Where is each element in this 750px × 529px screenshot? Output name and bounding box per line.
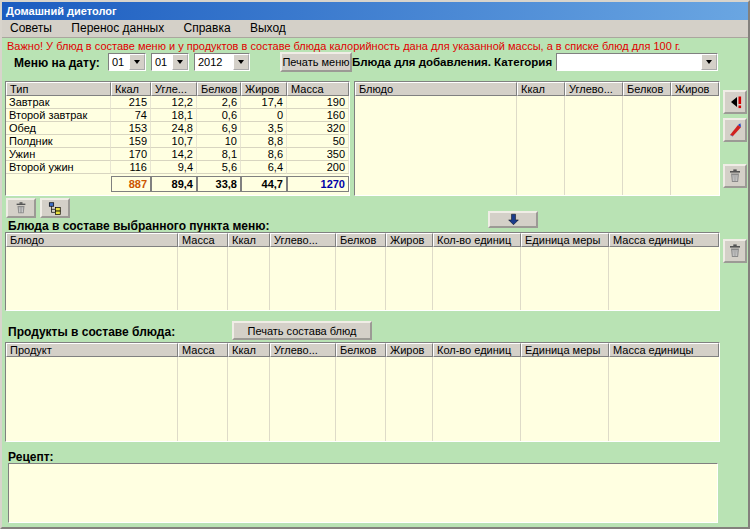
day-value: 01 bbox=[109, 54, 129, 70]
column-header-unit-name: Единица меры bbox=[521, 343, 609, 357]
cell-kcal: 215 bbox=[111, 96, 151, 109]
cell-type: Второй ужин bbox=[6, 161, 111, 174]
year-value: 2012 bbox=[195, 54, 233, 70]
cell-mass: 50 bbox=[287, 135, 349, 148]
edit-dish-button[interactable] bbox=[723, 118, 747, 142]
cell-mass: 350 bbox=[287, 148, 349, 161]
grid-column bbox=[336, 247, 386, 310]
month-select[interactable]: 01 bbox=[151, 53, 189, 71]
products-table-body bbox=[6, 357, 719, 441]
grid-column bbox=[433, 247, 521, 310]
cell-carbs: 18,1 bbox=[151, 109, 197, 122]
column-header-protein: Белков bbox=[197, 82, 241, 96]
column-header-protein: Белков bbox=[336, 233, 386, 247]
print-menu-button[interactable]: Печать меню bbox=[280, 52, 352, 72]
menu-date-label: Меню на дату: bbox=[14, 56, 100, 70]
cell-protein: 5,6 bbox=[197, 161, 241, 174]
cell-carbs: 10,7 bbox=[151, 135, 197, 148]
grid-column bbox=[228, 247, 270, 310]
grid-column bbox=[228, 357, 270, 441]
menu-item-help[interactable]: Справка bbox=[176, 20, 239, 37]
cell-protein: 6,9 bbox=[197, 122, 241, 135]
products-table-header: Продукт Масса Ккал Углево... Белков Жиро… bbox=[6, 343, 719, 357]
products-in-dish-label: Продукты в составе блюда: bbox=[8, 325, 175, 339]
print-dish-composition-button[interactable]: Печать состава блюд bbox=[232, 321, 372, 340]
column-header-protein: Белков bbox=[623, 82, 671, 96]
grid-column bbox=[609, 357, 719, 441]
table-row[interactable]: Второй ужин 116 9,4 5,6 6,4 200 bbox=[6, 161, 349, 174]
column-header-mass: Масса bbox=[178, 233, 228, 247]
app-window: Домашний диетолог Советы Перенос данных … bbox=[0, 0, 750, 529]
cell-fat: 3,5 bbox=[241, 122, 287, 135]
add-dish-to-menu-button[interactable] bbox=[723, 90, 747, 114]
menu-item-tips[interactable]: Советы bbox=[2, 20, 60, 37]
cell-fat: 0 bbox=[241, 109, 287, 122]
total-carbs: 89,4 bbox=[151, 176, 197, 192]
dishes-in-item-body bbox=[6, 247, 719, 310]
move-down-button[interactable] bbox=[488, 211, 538, 228]
grid-column bbox=[178, 247, 228, 310]
products-table: Продукт Масса Ккал Углево... Белков Жиро… bbox=[5, 342, 720, 442]
column-header-kcal: Ккал bbox=[111, 82, 151, 96]
cell-fat: 6,4 bbox=[241, 161, 287, 174]
add-arrow-exclamation-icon bbox=[727, 94, 743, 110]
column-header-fat: Жиров bbox=[386, 233, 433, 247]
grid-column bbox=[336, 357, 386, 441]
cell-carbs: 9,4 bbox=[151, 161, 197, 174]
down-arrow-icon bbox=[507, 213, 520, 226]
table-row[interactable]: Ужин 170 14,2 8,1 8,6 350 bbox=[6, 148, 349, 161]
menu-table: Тип Ккал Угле... Белков Жиров Масса Завт… bbox=[5, 81, 350, 196]
column-header-type: Тип bbox=[6, 82, 111, 96]
column-header-carbs: Углево... bbox=[270, 343, 336, 357]
chevron-down-icon[interactable] bbox=[129, 54, 145, 70]
cell-type: Обед bbox=[6, 122, 111, 135]
grid-column bbox=[433, 357, 521, 441]
trash-icon bbox=[727, 243, 743, 259]
column-header-product: Продукт bbox=[6, 343, 178, 357]
column-header-kcal: Ккал bbox=[228, 233, 270, 247]
delete-dish-from-item-button[interactable] bbox=[723, 239, 747, 263]
dishes-table-header: Блюдо Ккал Углево... Белков Жиров bbox=[355, 82, 719, 96]
grid-column bbox=[386, 357, 433, 441]
delete-dish-button[interactable] bbox=[723, 164, 747, 188]
column-header-carbs: Угле... bbox=[151, 82, 197, 96]
grid-column bbox=[623, 96, 671, 195]
cell-carbs: 14,2 bbox=[151, 148, 197, 161]
menu-item-exit[interactable]: Выход bbox=[242, 20, 294, 37]
dishes-table-body bbox=[355, 96, 719, 195]
grid-column bbox=[521, 357, 609, 441]
trash-icon bbox=[14, 201, 28, 215]
column-header-unit-mass: Масса единицы bbox=[609, 233, 719, 247]
grid-column bbox=[517, 96, 565, 195]
cell-type: Ужин bbox=[6, 148, 111, 161]
year-select[interactable]: 2012 bbox=[194, 53, 250, 71]
dishes-in-item-label: Блюда в составе выбранного пункта меню: bbox=[8, 219, 269, 233]
dishes-table: Блюдо Ккал Углево... Белков Жиров bbox=[354, 81, 720, 196]
total-mass: 1270 bbox=[287, 176, 349, 192]
delete-menu-item-button[interactable] bbox=[6, 198, 36, 218]
cell-protein: 10 bbox=[197, 135, 241, 148]
chevron-down-icon[interactable] bbox=[701, 54, 717, 70]
day-select[interactable]: 01 bbox=[108, 53, 146, 71]
dishes-in-item-table: Блюдо Масса Ккал Углево... Белков Жиров … bbox=[5, 232, 720, 311]
main-content: Важно! У блюд в составе меню и у продукт… bbox=[2, 38, 748, 527]
chevron-down-icon[interactable] bbox=[233, 54, 249, 70]
table-row[interactable]: Полдник 159 10,7 10 8,8 50 bbox=[6, 135, 349, 148]
grid-column bbox=[355, 96, 517, 195]
table-row[interactable]: Обед 153 24,8 6,9 3,5 320 bbox=[6, 122, 349, 135]
grid-column bbox=[386, 247, 433, 310]
grid-column bbox=[671, 96, 719, 195]
table-row[interactable]: Второй завтрак 74 18,1 0,6 0 160 bbox=[6, 109, 349, 122]
category-select[interactable] bbox=[556, 53, 718, 71]
total-kcal: 887 bbox=[111, 176, 151, 192]
recipe-textarea[interactable] bbox=[8, 463, 718, 523]
menu-structure-button[interactable] bbox=[40, 198, 70, 218]
menu-table-header: Тип Ккал Угле... Белков Жиров Масса bbox=[6, 82, 349, 96]
table-row[interactable]: Завтрак 215 12,2 2,6 17,4 190 bbox=[6, 96, 349, 109]
cell-mass: 200 bbox=[287, 161, 349, 174]
menu-item-data-transfer[interactable]: Перенос данных bbox=[63, 20, 172, 37]
chevron-down-icon[interactable] bbox=[172, 54, 188, 70]
hierarchy-icon bbox=[48, 201, 62, 215]
cell-fat: 17,4 bbox=[241, 96, 287, 109]
grid-column bbox=[270, 357, 336, 441]
